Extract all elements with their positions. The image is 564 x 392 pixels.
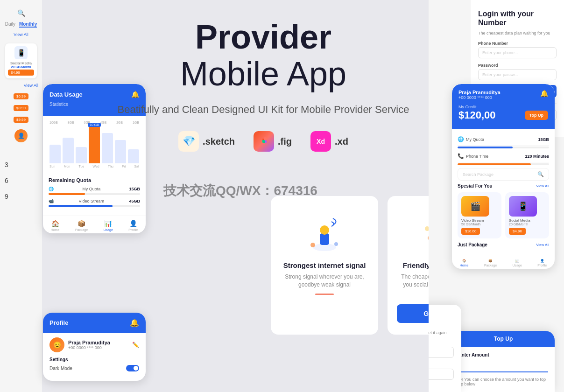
mph-nav-package[interactable]: 📦 Package — [484, 259, 497, 267]
nav-home[interactable]: 🏠 Home — [51, 220, 60, 231]
bar-mon — [63, 138, 74, 163]
social-card-label: Social Media — [509, 218, 545, 223]
nav-home-label: Home — [51, 228, 60, 231]
mph-nav: 🏠 Home 📦 Package 📊 Usage 👤 Profile — [452, 255, 555, 269]
just-pkg-title: Just Package — [458, 242, 487, 247]
special-section: Spesial For You View All 🎬 Video Stream … — [458, 183, 549, 238]
just-pkg-viewall[interactable]: View All — [536, 243, 549, 247]
phone-time-label: Phone Time — [466, 154, 488, 159]
mph-top: Praja Pramuditya +00 0000 **** 000 🔔 — [458, 90, 548, 100]
package-icon: 📦 — [78, 220, 85, 227]
bell-icon[interactable]: 🔔 — [540, 90, 548, 97]
feature1-title: Strongest internet signal — [280, 261, 369, 269]
sketch-icon: 💎 — [178, 131, 199, 152]
dark-mode-toggle[interactable] — [126, 365, 139, 371]
usage-icon: 📊 — [515, 259, 519, 263]
profile-header: Profile 🔔 — [43, 313, 146, 333]
hero-title: Provider — [93, 19, 433, 56]
topup-button[interactable]: Top Up — [525, 111, 548, 120]
mph-nav-home[interactable]: 🏠 Home — [460, 259, 469, 267]
price-badge-4[interactable]: $9.99 — [14, 117, 28, 123]
mini-card-sub: 20 GB/Month — [8, 65, 34, 69]
profile-body: 😊 Praja Pramuditya +00 0000 **** 000 ✏️ … — [43, 333, 146, 376]
num-9: 9 — [5, 193, 8, 200]
tab-monthly[interactable]: Monthly — [19, 21, 37, 28]
nav-usage[interactable]: 📊 Usage — [104, 220, 113, 231]
num-6: 6 — [5, 177, 8, 184]
search-icon: 🔍 — [537, 171, 544, 177]
xd-icon: Xd — [310, 131, 331, 152]
phone-input[interactable]: Enter your phone... — [478, 47, 557, 58]
tab-daily[interactable]: Daily — [5, 21, 15, 28]
price-badge-2[interactable]: $6.99 — [14, 93, 28, 99]
price-badge[interactable]: $4.99 — [8, 70, 34, 76]
phone-label: Phone Number — [478, 41, 557, 46]
svg-point-2 — [320, 225, 329, 235]
remaining-title: Remaining Quota — [49, 177, 140, 183]
figma-icon — [254, 131, 274, 152]
remaining-section: Remaining Quota 🌐 My Quota 15GB 📹 Video … — [43, 173, 146, 216]
mini-card-label: Social Media — [8, 61, 34, 65]
video-progress — [49, 205, 140, 207]
quota-fill — [49, 193, 85, 195]
video-card-btn[interactable]: $10.00 — [461, 228, 480, 235]
new-password-label: New Password — [429, 341, 454, 345]
social-card-btn[interactable]: $4.96 — [509, 228, 526, 235]
profile-info: Praja Pramuditya +00 0000 **** 000 — [68, 340, 110, 350]
search-package[interactable]: Search Package 🔍 — [458, 168, 549, 181]
user-name: Praja Pramuditya — [458, 90, 501, 95]
mph-nav-profile[interactable]: 👤 Profile — [537, 259, 547, 267]
quota-progress — [49, 193, 140, 195]
price-badge-3[interactable]: $9.99 — [14, 105, 28, 111]
dark-mode-label: Dark Mode — [49, 366, 72, 371]
svg-point-3 — [310, 243, 315, 247]
quota-row: 🌐My Quota 15GB — [458, 133, 549, 146]
view-all-link-1[interactable]: View All — [14, 32, 28, 37]
feature1-line — [315, 294, 334, 295]
settings-label: Settings — [49, 357, 139, 362]
special-viewall[interactable]: View All — [536, 184, 549, 188]
social-card-img: 📱 — [509, 196, 537, 217]
profile-bell-icon[interactable]: 🔔 — [130, 318, 139, 327]
nav-package[interactable]: 📦 Package — [75, 220, 88, 231]
usage-icon: 📊 — [104, 220, 112, 227]
hero-description: Beatifully and Clean Designed UI Kit for… — [93, 102, 433, 117]
phone-time-val: 120 Minutes — [525, 154, 549, 159]
profile-name: Praja Pramuditya — [68, 340, 110, 345]
fig-label: .fig — [278, 136, 292, 147]
profile-phone: +00 0000 **** 000 — [68, 345, 110, 350]
home-icon: 🏠 — [51, 220, 59, 227]
video-card-price: 50 GB/Month — [461, 223, 498, 226]
svg-rect-1 — [320, 233, 329, 245]
main-phone: Praja Pramuditya +00 0000 **** 000 🔔 My … — [452, 84, 555, 269]
video-value: 45GB — [129, 199, 140, 203]
package-icon: 📦 — [488, 259, 493, 263]
password-input[interactable]: Enter your passw... — [478, 69, 557, 80]
reset-title: Reset Password — [429, 312, 454, 320]
search-placeholder: Search Package — [463, 172, 535, 177]
badge-sketch: 💎 .sketch — [178, 131, 235, 152]
phone-title: Data Usage — [49, 91, 83, 98]
nav-profile[interactable]: 👤 Profile — [128, 220, 138, 231]
search-icon[interactable]: 🔍 — [17, 9, 25, 17]
video-card-img: 🎬 — [461, 196, 489, 217]
login-title: Login with your Number — [478, 9, 557, 27]
globe-icon: 🌐 — [49, 187, 54, 191]
dark-mode-item: Dark Mode — [49, 365, 139, 371]
edit-icon[interactable]: ✏️ — [132, 342, 139, 348]
quota-label: My Quota — [466, 137, 484, 142]
topup-input[interactable]: | — [458, 361, 548, 372]
profile-user: 😊 Praja Pramuditya +00 0000 **** 000 ✏️ — [49, 337, 139, 352]
confirm-password-input[interactable]: ............ — [429, 369, 454, 380]
quota-val: 15GB — [538, 137, 549, 142]
phone-time-row: 📞Phone Time 120 Minutes — [458, 150, 549, 162]
mph-nav-usage[interactable]: 📊 Usage — [513, 259, 522, 267]
mini-tabs: Daily Monthly — [5, 21, 37, 28]
view-all-link-2[interactable]: View All — [24, 83, 38, 88]
user-number: +00 0000 **** 000 — [458, 95, 501, 100]
new-password-input[interactable]: ............ — [429, 347, 454, 358]
special-title: Spesial For You — [458, 183, 493, 189]
bar-sun — [49, 145, 61, 163]
num-3: 3 — [5, 161, 8, 168]
phone-nav: 🏠 Home 📦 Package 📊 Usage 👤 Profile — [43, 216, 146, 233]
